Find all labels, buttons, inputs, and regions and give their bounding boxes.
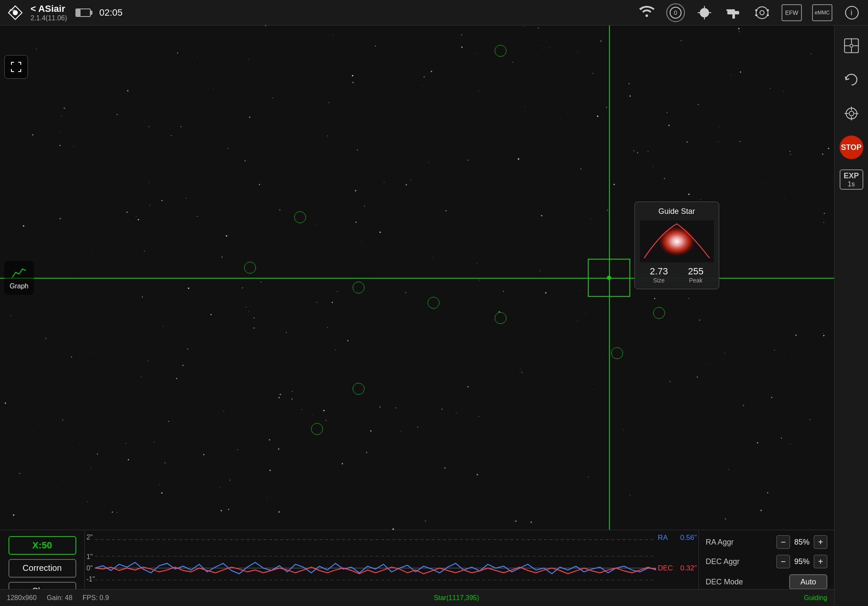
guide-star-popup: Guide Star 2.73 Size xyxy=(634,202,719,289)
ra-label: RA xyxy=(658,534,668,542)
guide-star-title: Guide Star xyxy=(640,207,714,216)
stop-button[interactable]: STOP xyxy=(840,136,863,159)
svg-text:ASi: ASi xyxy=(9,8,15,12)
ra-aggr-label: RA Aggr xyxy=(706,538,748,547)
dec-aggr-minus[interactable]: − xyxy=(776,555,790,568)
graph-y-m1: -1" xyxy=(86,576,95,583)
guide-star-size-stat: 2.73 Size xyxy=(650,266,668,284)
exposure-button[interactable]: EXP 1s xyxy=(840,169,863,190)
camera-icon[interactable]: 0 xyxy=(666,3,685,22)
sidebar-guide-icon[interactable] xyxy=(840,34,863,58)
svg-point-27 xyxy=(850,44,853,47)
graph-panel-btn[interactable]: Graph xyxy=(4,261,34,295)
correction-button[interactable]: Correction xyxy=(8,559,76,578)
star-circle-8 xyxy=(353,282,364,293)
guide-star-peak-value: 255 xyxy=(688,266,704,277)
camera-view: Guide Star 2.73 Size xyxy=(0,25,834,530)
right-sidebar: STOP EXP 1s xyxy=(834,25,868,606)
wifi-icon[interactable] xyxy=(637,3,656,22)
top-bar: ASi < ASiair 2.1.4(11.06) 02:05 0 xyxy=(0,0,868,25)
dec-aggr-value: 95% xyxy=(793,557,810,566)
svg-point-21 xyxy=(654,222,700,260)
time-display: 02:05 xyxy=(99,7,122,18)
fps-label: FPS: 0.9 xyxy=(83,594,109,602)
guide-star-stats: 2.73 Size 255 Peak xyxy=(640,266,714,284)
graph-button[interactable]: Graph xyxy=(4,261,34,295)
svg-text:0: 0 xyxy=(674,9,677,16)
star-circle-1 xyxy=(495,45,506,57)
exp-value: 1s xyxy=(848,180,855,188)
topbar-icons: 0 xyxy=(637,3,861,22)
graph-y-0: 0" xyxy=(86,564,93,572)
guide-star-peak-stat: 255 Peak xyxy=(688,266,704,284)
dec-aggr-label: DEC Aggr xyxy=(706,557,748,566)
film-reel-icon[interactable] xyxy=(753,3,771,22)
app-logo: ASi xyxy=(7,4,24,21)
star-circle-3 xyxy=(244,262,256,274)
graph-y-1: 1" xyxy=(86,553,93,561)
svg-point-4 xyxy=(700,8,709,17)
expand-button[interactable] xyxy=(4,55,28,79)
battery-icon xyxy=(75,8,91,17)
x50-button[interactable]: X:50 xyxy=(8,536,76,555)
app-info: ASi < ASiair 2.1.4(11.06) 02:05 xyxy=(7,3,122,22)
dec-aggr-controls: − 95% + xyxy=(776,555,827,568)
graph-button-label: Graph xyxy=(10,282,28,290)
svg-rect-16 xyxy=(767,9,769,11)
star-circle-4 xyxy=(428,297,440,309)
svg-rect-14 xyxy=(755,9,757,11)
star-circle-2 xyxy=(294,211,306,223)
star-circle-5 xyxy=(495,312,506,324)
guiding-status-label: Guiding xyxy=(804,594,827,602)
dec-aggr-plus[interactable]: + xyxy=(814,555,827,568)
dec-mode-label: DEC Mode xyxy=(706,578,743,587)
dec-mode-row: DEC Mode Auto xyxy=(706,574,827,589)
gain-label: Gain: 48 xyxy=(47,594,72,602)
svg-rect-10 xyxy=(726,9,735,11)
resolution-label: 1280x960 xyxy=(7,594,36,602)
emmc-icon[interactable]: eMMC xyxy=(812,4,832,21)
dec-label: DEC xyxy=(658,564,673,573)
svg-point-12 xyxy=(756,7,768,19)
telescope-icon[interactable] xyxy=(724,3,743,22)
exp-label: EXP xyxy=(843,172,859,180)
guide-star-size-value: 2.73 xyxy=(650,266,668,277)
dec-aggr-row: DEC Aggr − 95% + xyxy=(706,555,827,568)
dec-value: 0.32" xyxy=(680,564,697,573)
ra-aggr-value: 85% xyxy=(793,538,810,547)
star-circle-6 xyxy=(653,307,665,319)
svg-point-29 xyxy=(849,111,854,116)
svg-rect-15 xyxy=(755,14,757,16)
sidebar-refresh-icon[interactable] xyxy=(840,68,863,91)
graph-icon xyxy=(11,266,27,281)
info-icon[interactable]: i xyxy=(843,3,861,22)
guide-star-peak-label: Peak xyxy=(688,277,704,284)
guide-star-dot xyxy=(607,276,611,280)
guide-star-size-label: Size xyxy=(650,277,668,284)
ra-aggr-row: RA Aggr − 85% + xyxy=(706,535,827,549)
app-version: 2.1.4(11.06) xyxy=(31,14,67,22)
sidebar-target-icon[interactable] xyxy=(840,102,863,125)
star-circle-9 xyxy=(353,383,364,395)
guide-star-graph xyxy=(640,220,714,263)
svg-rect-9 xyxy=(727,11,739,14)
efw-icon[interactable]: EFW xyxy=(782,4,802,21)
ra-aggr-controls: − 85% + xyxy=(776,535,827,549)
star-position-label: Star(1117,395) xyxy=(434,594,479,602)
svg-rect-17 xyxy=(767,14,769,16)
dec-mode-button[interactable]: Auto xyxy=(789,574,827,589)
svg-rect-11 xyxy=(732,14,735,19)
graph-y-2: 2" xyxy=(86,534,93,541)
star-circle-7 xyxy=(611,347,623,359)
svg-text:i: i xyxy=(851,8,852,17)
status-bar: 1280x960 Gain: 48 FPS: 0.9 Star(1117,395… xyxy=(0,589,834,606)
svg-point-13 xyxy=(760,11,764,15)
crosshair-icon[interactable] xyxy=(695,3,714,22)
app-name: < ASiair xyxy=(31,3,67,14)
ra-aggr-plus[interactable]: + xyxy=(814,535,827,549)
star-circle-10 xyxy=(311,423,323,435)
logo-icon: ASi xyxy=(7,4,24,21)
ra-aggr-minus[interactable]: − xyxy=(776,535,790,549)
ra-value: 0.56" xyxy=(680,534,697,542)
